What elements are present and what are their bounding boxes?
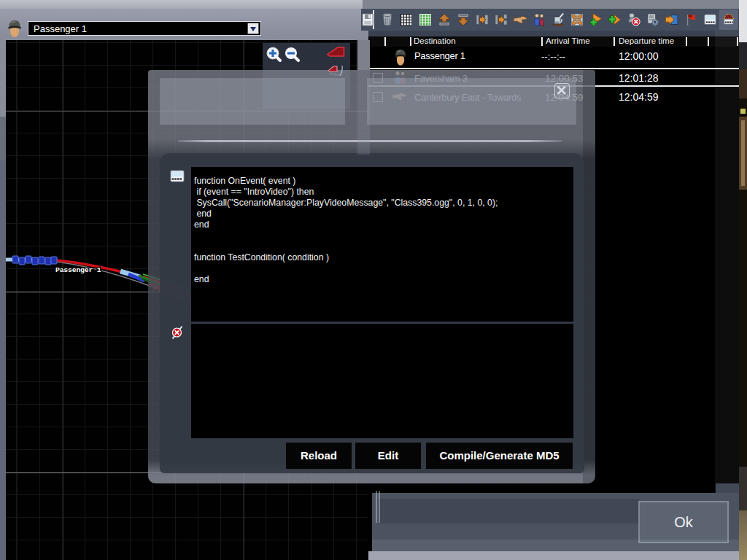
- svg-text:Passenger 1: Passenger 1: [55, 266, 101, 274]
